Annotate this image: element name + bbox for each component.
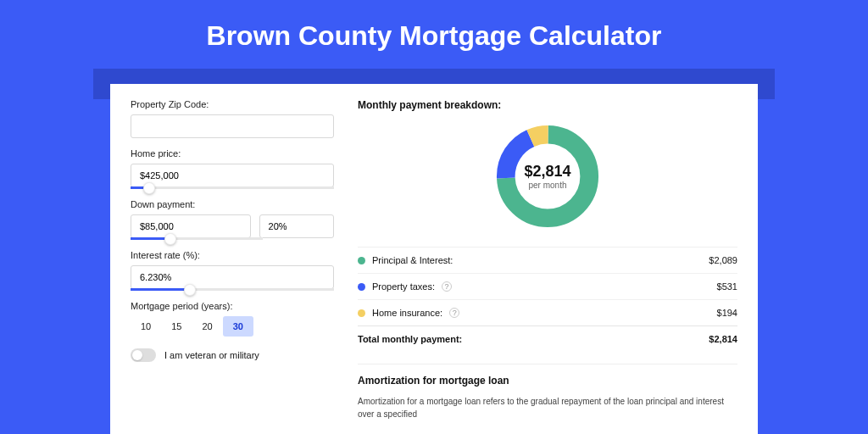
amortization-title: Amortization for mortgage loan (358, 375, 737, 387)
label-insurance: Home insurance: (372, 308, 442, 318)
veteran-toggle[interactable] (131, 348, 156, 362)
interest-rate-input[interactable] (131, 265, 334, 289)
form-column: Property Zip Code: Home price: Down paym… (131, 99, 334, 425)
row-total: Total monthly payment: $2,814 (358, 326, 737, 352)
veteran-row: I am veteran or military (131, 348, 334, 362)
dot-taxes (358, 283, 365, 291)
zip-field-group: Property Zip Code: (131, 99, 334, 138)
dot-principal (358, 257, 365, 264)
zip-input[interactable] (131, 114, 334, 138)
period-tabs: 10 15 20 30 (131, 316, 334, 337)
value-total: $2,814 (709, 334, 737, 344)
row-principal: Principal & Interest: $2,089 (358, 247, 737, 273)
row-taxes: Property taxes: ? $531 (358, 273, 737, 299)
breakdown-column: Monthly payment breakdown: $2,814 per mo… (358, 99, 737, 425)
down-payment-label: Down payment: (131, 199, 334, 209)
interest-rate-group: Interest rate (%): (131, 250, 334, 291)
calculator-card: Property Zip Code: Home price: Down paym… (110, 84, 758, 434)
donut-wrap: $2,814 per month (358, 121, 737, 231)
amortization-text: Amortization for a mortgage loan refers … (358, 395, 737, 420)
period-tab-30[interactable]: 30 (223, 316, 253, 337)
row-insurance: Home insurance: ? $194 (358, 299, 737, 326)
value-principal: $2,089 (709, 255, 737, 265)
period-group: Mortgage period (years): 10 15 20 30 (131, 301, 334, 337)
label-principal: Principal & Interest: (372, 255, 453, 265)
home-price-group: Home price: (131, 148, 334, 189)
period-tab-10[interactable]: 10 (131, 316, 161, 337)
value-insurance: $194 (717, 308, 737, 318)
label-taxes: Property taxes: (372, 281, 435, 292)
page-title: Brown County Mortgage Calculator (0, 0, 868, 69)
breakdown-title: Monthly payment breakdown: (358, 99, 737, 111)
label-total: Total monthly payment: (358, 334, 462, 344)
down-payment-thumb[interactable] (164, 233, 176, 245)
down-payment-amount-input[interactable] (131, 214, 251, 238)
home-price-input[interactable] (131, 164, 334, 187)
home-price-slider[interactable] (131, 186, 334, 189)
home-price-label: Home price: (131, 148, 334, 159)
veteran-label: I am veteran or military (164, 350, 259, 360)
amortization-box: Amortization for mortgage loan Amortizat… (358, 364, 737, 420)
interest-rate-label: Interest rate (%): (131, 250, 334, 260)
donut-amount: $2,814 (524, 163, 570, 181)
home-price-thumb[interactable] (143, 182, 155, 194)
interest-rate-thumb[interactable] (184, 284, 196, 296)
toggle-knob (132, 350, 142, 360)
period-tab-15[interactable]: 15 (161, 316, 192, 337)
value-taxes: $531 (717, 281, 737, 292)
interest-rate-slider[interactable] (131, 288, 334, 291)
info-icon[interactable]: ? (449, 308, 459, 318)
donut-sub: per month (524, 181, 570, 190)
down-payment-group: Down payment: (131, 199, 334, 240)
down-payment-slider[interactable] (131, 237, 263, 240)
donut-center: $2,814 per month (524, 163, 570, 190)
dot-insurance (358, 309, 365, 317)
period-tab-20[interactable]: 20 (192, 316, 223, 337)
zip-label: Property Zip Code: (131, 99, 334, 109)
down-payment-percent-input[interactable] (259, 214, 334, 238)
info-icon[interactable]: ? (442, 281, 452, 292)
period-label: Mortgage period (years): (131, 301, 334, 311)
